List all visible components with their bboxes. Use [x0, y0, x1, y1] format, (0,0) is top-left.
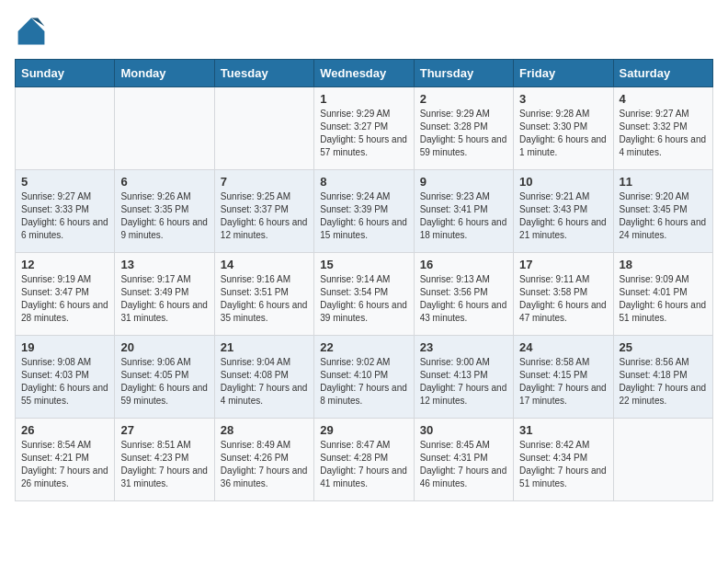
day-info-line: Daylight: 7 hours and 22 minutes. — [620, 382, 707, 408]
day-cell: 4Sunrise: 9:27 AMSunset: 3:32 PMDaylight… — [613, 87, 712, 170]
day-number: 5 — [21, 175, 108, 189]
day-info-line: Sunrise: 8:47 AM — [320, 439, 407, 452]
day-info-line: Sunset: 3:54 PM — [320, 286, 407, 299]
day-number: 1 — [320, 92, 407, 106]
day-info-line: Sunset: 4:05 PM — [120, 369, 208, 382]
day-number: 12 — [21, 258, 108, 271]
week-row-3: 12Sunrise: 9:19 AMSunset: 3:47 PMDayligh… — [16, 253, 713, 336]
day-cell: 20Sunrise: 9:06 AMSunset: 4:05 PMDayligh… — [115, 336, 214, 419]
day-info-line: Daylight: 6 hours and 39 minutes. — [320, 299, 407, 325]
day-cell — [214, 87, 313, 170]
day-info-line: Sunrise: 9:27 AM — [620, 108, 707, 121]
header-cell-wednesday: Wednesday — [314, 60, 414, 87]
day-cell: 14Sunrise: 9:16 AMSunset: 3:51 PMDayligh… — [214, 253, 313, 336]
week-row-5: 26Sunrise: 8:54 AMSunset: 4:21 PMDayligh… — [16, 419, 713, 501]
day-info-line: Daylight: 6 hours and 43 minutes. — [420, 299, 507, 325]
day-info-line: Sunrise: 9:13 AM — [420, 273, 507, 286]
day-info-line: Daylight: 7 hours and 31 minutes. — [120, 465, 208, 490]
day-info-line: Daylight: 6 hours and 31 minutes. — [120, 299, 208, 325]
day-info-line: Sunrise: 9:16 AM — [221, 273, 308, 286]
day-info-line: Sunset: 3:47 PM — [21, 286, 108, 299]
day-info-line: Sunrise: 9:24 AM — [320, 190, 407, 203]
day-number: 31 — [519, 423, 607, 437]
header-cell-saturday: Saturday — [613, 60, 712, 87]
day-info-line: Daylight: 6 hours and 18 minutes. — [420, 216, 507, 242]
day-cell: 3Sunrise: 9:28 AMSunset: 3:30 PMDaylight… — [514, 87, 613, 170]
day-info-line: Sunrise: 8:51 AM — [120, 439, 208, 452]
day-cell: 19Sunrise: 9:08 AMSunset: 4:03 PMDayligh… — [16, 336, 115, 419]
day-number: 11 — [620, 175, 707, 189]
day-info-line: Daylight: 6 hours and 4 minutes. — [620, 133, 707, 159]
day-info-line: Sunset: 3:58 PM — [519, 286, 607, 299]
day-info-line: Daylight: 6 hours and 1 minute. — [519, 133, 607, 159]
day-number: 26 — [21, 423, 108, 437]
day-cell: 31Sunrise: 8:42 AMSunset: 4:34 PMDayligh… — [514, 419, 613, 501]
day-info-line: Sunrise: 9:21 AM — [519, 190, 607, 203]
day-info-line: Sunrise: 8:42 AM — [519, 439, 607, 452]
day-info-line: Daylight: 5 hours and 59 minutes. — [420, 133, 507, 159]
day-cell: 22Sunrise: 9:02 AMSunset: 4:10 PMDayligh… — [314, 336, 414, 419]
day-info-line: Sunset: 3:56 PM — [420, 286, 507, 299]
day-info-line: Daylight: 7 hours and 4 minutes. — [221, 382, 308, 408]
day-cell: 27Sunrise: 8:51 AMSunset: 4:23 PMDayligh… — [115, 419, 214, 501]
day-info-line: Sunset: 4:28 PM — [320, 452, 407, 465]
day-cell: 11Sunrise: 9:20 AMSunset: 3:45 PMDayligh… — [613, 170, 712, 253]
header-row: SundayMondayTuesdayWednesdayThursdayFrid… — [16, 60, 713, 87]
day-info-line: Sunset: 3:30 PM — [519, 121, 607, 133]
day-info-line: Sunrise: 8:45 AM — [420, 439, 507, 452]
day-info-line: Sunset: 3:28 PM — [420, 121, 507, 133]
day-info-line: Sunrise: 9:19 AM — [21, 273, 108, 286]
day-info-line: Sunrise: 9:06 AM — [120, 356, 208, 369]
day-cell: 21Sunrise: 9:04 AMSunset: 4:08 PMDayligh… — [214, 336, 313, 419]
day-number: 15 — [320, 258, 407, 271]
calendar-body: 1Sunrise: 9:29 AMSunset: 3:27 PMDaylight… — [16, 87, 713, 501]
day-info-line: Sunrise: 9:02 AM — [320, 356, 407, 369]
day-number: 8 — [320, 175, 407, 189]
day-number: 4 — [620, 92, 707, 106]
header-cell-thursday: Thursday — [414, 60, 513, 87]
logo — [15, 15, 51, 48]
day-cell: 7Sunrise: 9:25 AMSunset: 3:37 PMDaylight… — [214, 170, 313, 253]
day-cell: 30Sunrise: 8:45 AMSunset: 4:31 PMDayligh… — [414, 419, 513, 501]
day-info-line: Sunset: 3:35 PM — [120, 203, 208, 216]
day-info-line: Sunset: 3:41 PM — [420, 203, 507, 216]
day-info-line: Daylight: 5 hours and 57 minutes. — [320, 133, 407, 159]
day-cell: 9Sunrise: 9:23 AMSunset: 3:41 PMDaylight… — [414, 170, 513, 253]
day-number: 19 — [21, 340, 108, 354]
day-cell: 18Sunrise: 9:09 AMSunset: 4:01 PMDayligh… — [613, 253, 712, 336]
calendar-header: SundayMondayTuesdayWednesdayThursdayFrid… — [16, 60, 713, 87]
day-info-line: Daylight: 6 hours and 12 minutes. — [221, 216, 308, 242]
day-info-line: Sunrise: 9:04 AM — [221, 356, 308, 369]
day-info-line: Daylight: 7 hours and 51 minutes. — [519, 465, 607, 490]
day-info-line: Daylight: 7 hours and 41 minutes. — [320, 465, 407, 490]
day-info-line: Sunset: 3:33 PM — [21, 203, 108, 216]
day-info-line: Sunset: 3:27 PM — [320, 121, 407, 133]
day-cell: 1Sunrise: 9:29 AMSunset: 3:27 PMDaylight… — [314, 87, 414, 170]
logo-icon — [15, 15, 48, 48]
day-number: 20 — [120, 340, 208, 354]
page-header — [15, 15, 713, 48]
day-info-line: Sunset: 3:32 PM — [620, 121, 707, 133]
day-cell: 23Sunrise: 9:00 AMSunset: 4:13 PMDayligh… — [414, 336, 513, 419]
day-cell: 24Sunrise: 8:58 AMSunset: 4:15 PMDayligh… — [514, 336, 613, 419]
day-info-line: Sunset: 4:34 PM — [519, 452, 607, 465]
day-number: 23 — [420, 340, 507, 354]
day-info-line: Sunrise: 8:54 AM — [21, 439, 108, 452]
day-info-line: Sunrise: 9:11 AM — [519, 273, 607, 286]
day-info-line: Daylight: 6 hours and 9 minutes. — [120, 216, 208, 242]
day-info-line: Sunrise: 8:58 AM — [519, 356, 607, 369]
day-cell — [115, 87, 214, 170]
day-cell: 10Sunrise: 9:21 AMSunset: 3:43 PMDayligh… — [514, 170, 613, 253]
day-info-line: Sunset: 3:49 PM — [120, 286, 208, 299]
header-cell-sunday: Sunday — [16, 60, 115, 87]
day-number: 16 — [420, 258, 507, 271]
day-cell: 17Sunrise: 9:11 AMSunset: 3:58 PMDayligh… — [514, 253, 613, 336]
day-cell: 12Sunrise: 9:19 AMSunset: 3:47 PMDayligh… — [16, 253, 115, 336]
day-info-line: Sunrise: 9:27 AM — [21, 190, 108, 203]
day-number: 28 — [221, 423, 308, 437]
day-info-line: Sunset: 3:51 PM — [221, 286, 308, 299]
day-cell: 6Sunrise: 9:26 AMSunset: 3:35 PMDaylight… — [115, 170, 214, 253]
day-info-line: Sunrise: 9:17 AM — [120, 273, 208, 286]
day-number: 17 — [519, 258, 607, 271]
day-cell: 13Sunrise: 9:17 AMSunset: 3:49 PMDayligh… — [115, 253, 214, 336]
